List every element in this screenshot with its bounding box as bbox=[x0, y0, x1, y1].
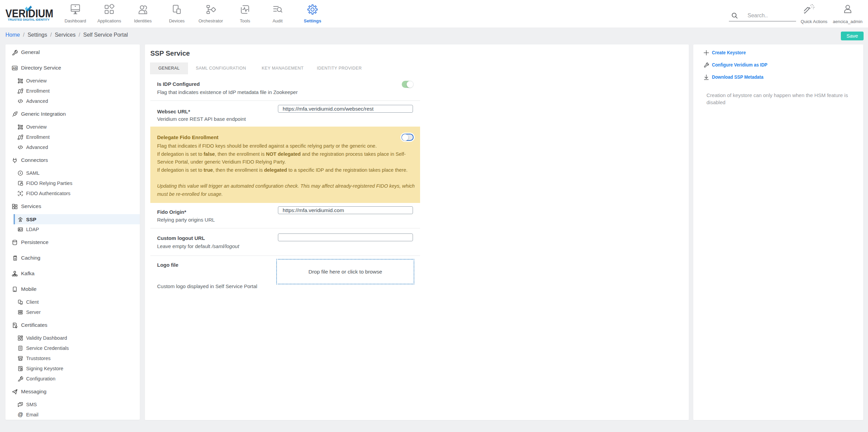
svg-text:@: @ bbox=[18, 412, 23, 417]
svg-text:TRUSTED DIGITAL IDENTITY: TRUSTED DIGITAL IDENTITY bbox=[8, 18, 50, 21]
svg-text:AD: AD bbox=[13, 66, 17, 70]
